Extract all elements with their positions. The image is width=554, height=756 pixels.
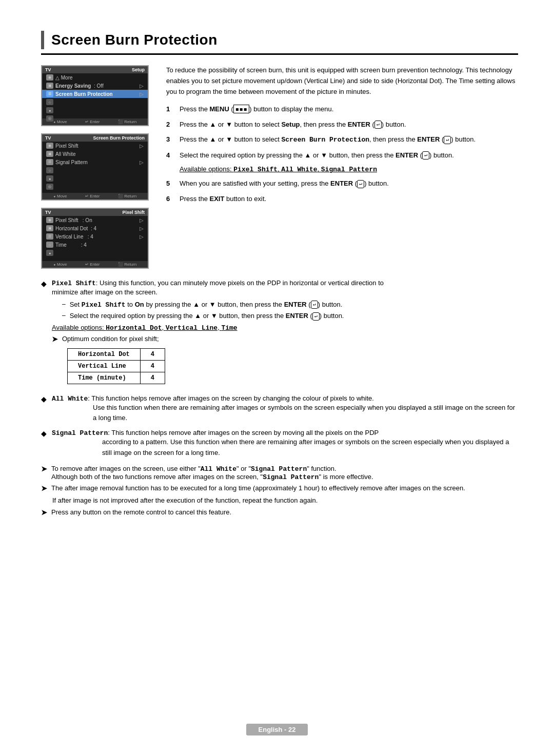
optimum-condition: ➤ Optimum condition for pixel shift; bbox=[52, 335, 384, 343]
step-3: 3 Press the ▲ or ▼ button to select Scre… bbox=[166, 134, 518, 145]
tv-footer-1: ⬥ Move ↵ Enter ⬛ Return bbox=[42, 118, 148, 125]
step-text-1: Press the MENU (▪▪▪) button to display t… bbox=[180, 104, 518, 114]
tv-label-3: TV bbox=[45, 210, 51, 215]
note-3-text: If after image is not improved after the… bbox=[52, 496, 318, 504]
step-num-6: 6 bbox=[166, 194, 174, 204]
tv-arrow-sp: ▷ bbox=[140, 160, 144, 165]
tv-item-ps-hd: ▣ Horizontal Dot : 4 ▷ bbox=[42, 224, 148, 232]
step-num-5: 5 bbox=[166, 178, 174, 189]
tv-icon-2: ▣ bbox=[46, 83, 53, 89]
step-text-4: Select the required option by pressing t… bbox=[180, 150, 518, 161]
tv-screen-3: TV Pixel Shift ◉ Pixel Shift : On ▷ ▣ Ho… bbox=[41, 208, 149, 269]
tv-icon-5: ● bbox=[46, 107, 53, 113]
tv-item-signal-pattern: ☰ Signal Pattern ▷ bbox=[42, 158, 148, 166]
tv-item-blank-2: ● bbox=[42, 106, 148, 114]
tv-arrow-ps2: ▷ bbox=[140, 217, 144, 223]
step-5: 5 When you are satisfied with your setti… bbox=[166, 178, 518, 189]
diamond-2: ◆ bbox=[41, 395, 47, 403]
chevron-sym-3: ➤ bbox=[41, 484, 47, 492]
diamond-1: ◆ bbox=[41, 280, 47, 288]
step-num-1: 1 bbox=[166, 104, 174, 114]
step-4: 4 Select the required option by pressing… bbox=[166, 150, 518, 161]
tv-item-screen-burn: ☰ Screen Burn Protection ▷ bbox=[42, 90, 148, 98]
tv-footer-3: ⬥ Move ↵ Enter ⬛ Return bbox=[42, 261, 148, 268]
tv-arrow-energy: ▷ bbox=[140, 83, 144, 89]
tv-empty-space-3: ● bbox=[42, 249, 148, 260]
tv-section-3: Pixel Shift bbox=[122, 210, 145, 215]
page: Screen Burn Protection TV Setup ◉ △ More… bbox=[0, 0, 554, 756]
tv-footer-enter-2: ↵ Enter bbox=[85, 194, 100, 198]
tv-item-blank-7: ● bbox=[42, 249, 148, 257]
tv-icon-1: ◉ bbox=[46, 74, 53, 81]
tv-section-1: Setup bbox=[132, 67, 145, 72]
note-4: ➤ Press any button on the remote control… bbox=[41, 508, 518, 516]
tv-footer-move-3: ⬥ Move bbox=[53, 262, 67, 267]
optimum-text: Optimum condition for pixel shift; bbox=[62, 335, 159, 343]
signal-pattern-text-cont: according to a pattern. Use this functio… bbox=[52, 437, 518, 459]
signal-pattern-section: ◆ Signal Pattern: This function helps re… bbox=[41, 429, 518, 459]
step-1: 1 Press the MENU (▪▪▪) button to display… bbox=[166, 104, 518, 114]
page-footer: English - 22 bbox=[0, 724, 554, 735]
table-cell-vl-label: Vertical Line bbox=[68, 360, 141, 372]
tv-item-all-white: ▣ All White bbox=[42, 150, 148, 158]
signal-pattern-content: Signal Pattern: This function helps remo… bbox=[52, 429, 518, 459]
tv-arrow-screen-burn: ▷ bbox=[140, 91, 144, 97]
pixel-shift-text-cont: minimize after image on the screen. bbox=[52, 287, 384, 297]
step-text-5: When you are satisfied with your setting… bbox=[180, 178, 518, 189]
step-text-2: Press the ▲ or ▼ button to select Setup,… bbox=[180, 120, 518, 130]
table-row-3: Time (minute) 4 bbox=[68, 372, 165, 384]
tv-icon-9: ◎ bbox=[46, 184, 53, 190]
note-2: ➤ The after image removal function has t… bbox=[41, 484, 518, 492]
arrow-sym-1: – bbox=[62, 301, 66, 308]
tv-icon-vl: ☰ bbox=[46, 233, 53, 240]
pixel-shift-sub-text-1: Set Pixel Shift to On by pressing the ▲ … bbox=[70, 301, 343, 309]
pixel-shift-table: Horizontal Dot 4 Vertical Line 4 Time (m… bbox=[67, 348, 165, 384]
available-options-2: Available options: Horizontal Dot, Verti… bbox=[52, 324, 384, 332]
tv-footer-enter-1: ↵ Enter bbox=[85, 120, 100, 124]
tv-item-ps-time: ○ Time : 4 bbox=[42, 241, 148, 249]
tv-footer-enter-3: ↵ Enter bbox=[85, 262, 100, 267]
tv-icon-6: ◎ bbox=[46, 115, 53, 122]
tv-screen-1: TV Setup ◉ △ More ▣ Energy Saving : Off … bbox=[41, 65, 149, 126]
tv-icon-3: ☰ bbox=[46, 91, 53, 97]
table-cell-vl-value: 4 bbox=[140, 360, 165, 372]
pixel-shift-text: Pixel Shift: Using this function, you ca… bbox=[52, 279, 384, 287]
notes-section: ➤ To remove after images on the screen, … bbox=[41, 465, 518, 517]
tv-item-blank-6: ◎ bbox=[42, 183, 148, 191]
tv-screen-3-header: TV Pixel Shift bbox=[42, 209, 148, 216]
diamond-3: ◆ bbox=[41, 429, 47, 437]
title-accent bbox=[41, 31, 44, 49]
all-white-text: All White: This function helps remove af… bbox=[52, 394, 374, 402]
tv-icon-7: ○ bbox=[46, 167, 53, 173]
step-text-6: Press the EXIT button to exit. bbox=[180, 194, 518, 204]
chevron-sym-2: ➤ bbox=[41, 465, 47, 473]
table-cell-time-value: 4 bbox=[140, 372, 165, 384]
steps-list: 1 Press the MENU (▪▪▪) button to display… bbox=[166, 104, 518, 160]
table-cell-hd-value: 4 bbox=[140, 348, 165, 360]
avail-options-label-2: Available options: Horizontal Dot, Verti… bbox=[52, 324, 384, 332]
pixel-shift-sub-1: – Set Pixel Shift to On by pressing the … bbox=[52, 301, 384, 309]
tv-icon-hd: ▣ bbox=[46, 225, 53, 231]
footer-badge: English - 22 bbox=[246, 724, 308, 735]
tv-section-2: Screen Burn Protection bbox=[93, 135, 145, 141]
arrow-sym-2: – bbox=[62, 312, 66, 319]
tv-icon-10: ● bbox=[46, 250, 53, 256]
instructions-column: To reduce the possibility of screen burn… bbox=[166, 65, 518, 269]
tv-item-blank-4: ○ bbox=[42, 166, 148, 174]
tv-item-energy: ▣ Energy Saving : Off ▷ bbox=[42, 82, 148, 90]
tv-arrow-hd: ▷ bbox=[140, 226, 144, 231]
tv-screen-1-header: TV Setup bbox=[42, 66, 148, 73]
steps-list-2: 5 When you are satisfied with your setti… bbox=[166, 178, 518, 204]
signal-pattern-text: Signal Pattern: This function helps remo… bbox=[52, 429, 379, 436]
tv-empty-space-1: ○ ● ◎ bbox=[42, 98, 148, 117]
table-cell-time-label: Time (minute) bbox=[68, 372, 141, 384]
note-4-text: Press any button on the remote control t… bbox=[51, 508, 231, 516]
tv-footer-2: ⬥ Move ↵ Enter ⬛ Return bbox=[42, 193, 148, 200]
pixel-shift-content: Pixel Shift: Using this function, you ca… bbox=[52, 279, 384, 389]
tv-item-more: ◉ △ More bbox=[42, 73, 148, 82]
step-num-2: 2 bbox=[166, 120, 174, 130]
page-title: Screen Burn Protection bbox=[51, 32, 217, 48]
table-row-1: Horizontal Dot 4 bbox=[68, 348, 165, 360]
tv-item-blank-5: ● bbox=[42, 174, 148, 183]
note-3: If after image is not improved after the… bbox=[41, 495, 518, 506]
